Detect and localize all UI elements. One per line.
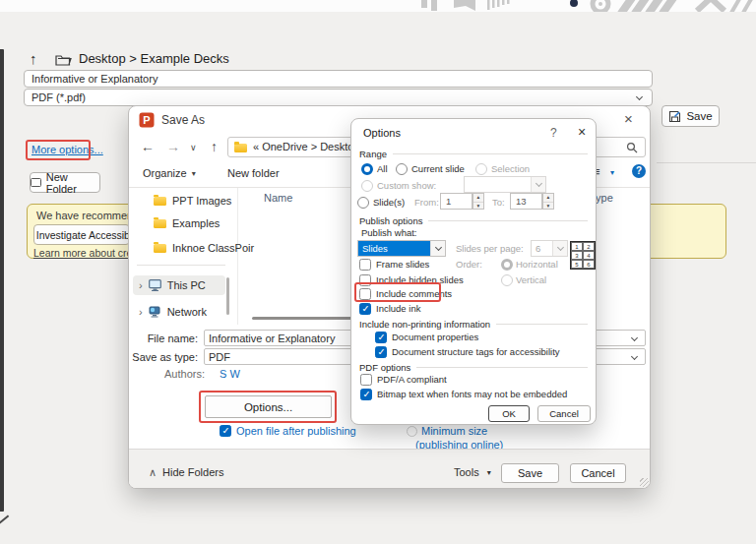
folder-outline-icon [31,178,41,187]
back-icon[interactable]: ← [141,139,155,154]
breadcrumb[interactable]: Desktop > Example Decks [79,51,229,66]
range-all-label[interactable]: All [377,163,388,174]
to-spinner[interactable]: ▴▾ [542,193,554,210]
options-cancel-label: Cancel [549,408,579,419]
tools-menu[interactable]: Tools ▾ [454,466,491,478]
open-after-publish-label[interactable]: Open file after publishing [236,425,356,437]
include-comments-checkbox[interactable] [359,288,371,300]
filetype-select[interactable]: PDF (*.pdf) [24,89,653,106]
order-label: Order: [456,259,482,270]
range-current-slide-radio[interactable] [396,163,408,175]
slides-per-page-combo: 6 [531,240,568,257]
bitmap-text-checkbox[interactable] [360,389,372,400]
dialog-save-button[interactable]: Save [501,463,559,483]
sidebar-item-label: Examples [172,217,220,229]
range-current-slide-label[interactable]: Current slide [411,163,465,174]
options-cancel-button[interactable]: Cancel [537,405,591,422]
organize-menu[interactable]: Organize ▾ [143,167,196,179]
export-save-label: Save [686,110,712,122]
sidebar-item-ppt-images[interactable]: PPT Images [154,195,231,207]
slides-range-radio[interactable] [357,197,369,209]
pdfa-compliant-checkbox[interactable] [360,374,372,386]
column-header-name[interactable]: Name [264,192,292,204]
options-button-label: Options... [244,401,292,413]
document-properties-label[interactable]: Document properties [392,332,478,342]
network-icon [149,306,161,318]
up-icon[interactable]: ↑ [211,139,218,154]
dialog-cancel-label: Cancel [581,467,614,479]
forward-icon[interactable]: → [166,139,180,154]
slides-range-label[interactable]: Slide(s) [373,197,405,208]
document-properties-checkbox[interactable] [375,332,387,343]
recent-locations-icon[interactable]: ∨ [190,143,197,152]
bitmap-text-label[interactable]: Bitmap text when fonts may not be embedd… [377,389,567,399]
pdf-options-group-label: PDF options [359,362,588,373]
chevron-down-icon [631,353,638,360]
ok-button[interactable]: OK [488,405,530,422]
sidebar-item-examples[interactable]: Examples [154,217,220,229]
new-folder-button[interactable]: New Folder [30,172,100,193]
close-icon[interactable]: × [624,110,633,127]
slides-layout-preview: 12 34 56 [570,241,596,270]
sidebar-item-network[interactable]: › Network [139,306,207,318]
authors-label: Authors: [164,368,205,380]
minimum-size-radio[interactable] [407,426,417,437]
order-horizontal-radio[interactable] [501,259,513,271]
publish-what-combo[interactable]: Slides [357,240,446,257]
resize-grip[interactable] [640,478,649,487]
custom-show-radio[interactable] [361,180,373,192]
help-icon[interactable]: ? [632,164,646,178]
open-after-publish-checkbox[interactable] [220,425,231,437]
expander-icon[interactable]: › [139,279,143,291]
from-value[interactable]: 1 [440,193,472,210]
view-dropdown-icon[interactable]: ▾ [610,168,614,177]
dialog-help-icon[interactable]: ? [550,126,557,140]
range-group-label: Range [359,149,588,159]
options-button[interactable]: Options... [205,395,332,418]
range-selection-label: Selection [491,163,530,174]
expander-icon[interactable]: › [139,306,143,318]
structure-tags-checkbox[interactable] [375,346,387,358]
investigate-accessibility-button[interactable]: Investigate Accessibi [33,224,130,245]
from-spinner[interactable]: ▴▾ [472,193,484,210]
range-all-radio[interactable] [361,163,373,175]
minimum-size-label[interactable]: Minimum size [421,425,487,437]
frame-slides-checkbox[interactable] [359,259,371,271]
divider-line [657,162,756,163]
include-ink-checkbox[interactable] [359,303,371,315]
close-icon[interactable]: × [578,124,586,140]
up-folder-icon[interactable]: ↑ [30,50,37,67]
more-options-link[interactable]: More options... [32,144,103,155]
horizontal-scrollbar[interactable] [252,317,352,320]
include-hidden-slides-checkbox[interactable] [359,274,371,286]
range-selection-radio[interactable] [475,163,487,175]
sidebar-item-this-pc[interactable]: › This PC [139,279,206,291]
include-ink-label[interactable]: Include ink [376,303,420,314]
ok-label: OK [502,408,516,419]
sidebar-item-label: This PC [167,279,206,291]
to-value[interactable]: 13 [510,193,542,210]
pdfa-compliant-label[interactable]: PDF/A compliant [377,374,447,385]
publish-options-group-label: Publish options [359,215,588,226]
filename-input[interactable]: Informative or Explanatory [24,70,653,88]
search-icon [626,142,638,153]
chevron-down-icon [636,93,643,100]
frame-slides-label[interactable]: Frame slides [376,259,429,270]
dialog-cancel-button[interactable]: Cancel [570,463,626,483]
new-folder-toolbar-button[interactable]: New folder [227,167,280,179]
dropdown-caret-icon: ▾ [192,169,196,178]
chevron-down-icon [631,334,638,341]
order-vertical-radio[interactable] [501,274,513,286]
export-save-button[interactable]: Save [662,105,720,127]
sidebar-item-label: Network [167,306,207,318]
structure-tags-label[interactable]: Document structure tags for accessibilit… [392,346,560,357]
options-dialog: Options ? × Range All Current slide Sele… [350,118,597,425]
monitor-icon [149,279,161,291]
sidebar-item-inknoe-classpoint[interactable]: Inknoe ClassPoir [154,242,254,254]
sidebar-scrollbar[interactable] [226,277,229,315]
include-hidden-slides-label[interactable]: Include hidden slides [376,274,464,285]
pane-separator [237,188,238,325]
sidebar-item-label: PPT Images [172,195,231,207]
include-comments-label[interactable]: Include comments [376,288,452,299]
hide-folders-button[interactable]: ∧ Hide Folders [149,466,223,479]
